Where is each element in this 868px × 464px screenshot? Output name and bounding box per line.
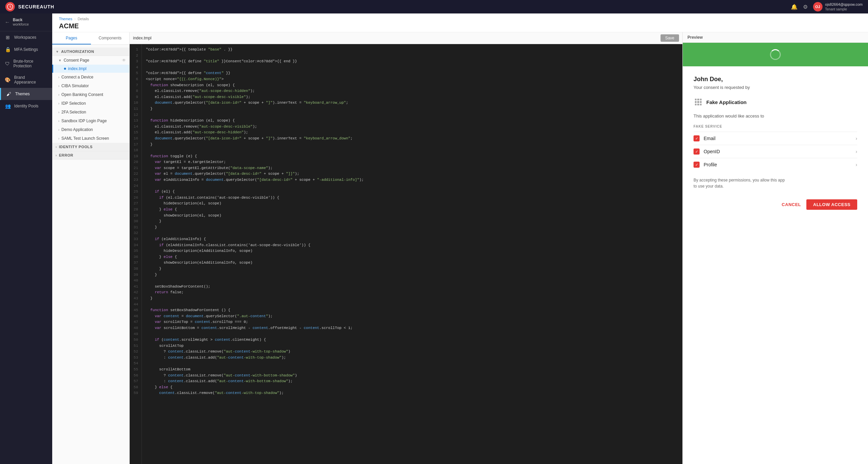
user-info: ojs82664@qppow.com Tenant sample bbox=[825, 2, 863, 11]
sidebar-item-mfa[interactable]: 🔒 MFA Settings bbox=[0, 43, 52, 56]
back-arrow-icon: ← bbox=[5, 19, 10, 25]
preview-access-text: This application would like access to bbox=[693, 114, 857, 119]
identity-icon: 👥 bbox=[5, 103, 11, 109]
page-header: Themes › Details ACME bbox=[52, 13, 868, 32]
2fa-label: 2FA Selection bbox=[61, 110, 86, 115]
app-icon-dot bbox=[695, 104, 696, 105]
connect-arrow-icon: › bbox=[58, 75, 59, 79]
sidebar-item-label: Identity Pools bbox=[14, 104, 38, 109]
topbar: SECUREAUTH 🔔 ⚙ OJ ojs82664@qppow.com Ten… bbox=[0, 0, 868, 13]
idp-group[interactable]: › IDP Selection bbox=[52, 99, 129, 108]
topbar-brand: SECUREAUTH bbox=[18, 4, 54, 9]
openbanking-group[interactable]: › Open Banking Consent bbox=[52, 90, 129, 99]
tree-item-index[interactable]: index.tmpl bbox=[52, 65, 129, 73]
openid-checkbox[interactable]: ✓ bbox=[693, 149, 700, 155]
connect-device-label: Connect a Device bbox=[61, 75, 93, 80]
cancel-button[interactable]: CANCEL bbox=[782, 202, 801, 207]
identity-section-header[interactable]: › IDENTITY POOLS bbox=[52, 143, 129, 151]
settings-icon[interactable]: ⚙ bbox=[803, 4, 808, 10]
allow-access-button[interactable]: ALLOW ACCESS bbox=[806, 199, 857, 210]
code-area[interactable]: 1234567891011121314151617181920212223242… bbox=[130, 44, 682, 464]
sidebar-item-brute[interactable]: 🛡 Brute-force Protection bbox=[0, 56, 52, 72]
sidebar: ← Back workforce ⊞ Workspaces 🔒 MFA Sett… bbox=[0, 13, 52, 464]
openbanking-label: Open Banking Consent bbox=[61, 92, 103, 97]
save-button[interactable]: Save bbox=[660, 34, 679, 42]
tab-pages[interactable]: Pages bbox=[52, 32, 91, 44]
sandbox-group[interactable]: › Sandbox IDP Login Page bbox=[52, 117, 129, 125]
preview-actions: CANCEL ALLOW ACCESS bbox=[693, 197, 857, 210]
2fa-group[interactable]: › 2FA Selection bbox=[52, 108, 129, 117]
app-icon-dot bbox=[697, 104, 699, 105]
mfa-icon: 🔒 bbox=[5, 47, 11, 52]
idp-label: IDP Selection bbox=[61, 101, 86, 106]
editor-filename: index.tmpl bbox=[133, 36, 152, 40]
sandbox-label: Sandbox IDP Login Page bbox=[61, 119, 107, 123]
app-icon-dot bbox=[700, 101, 702, 103]
tab-components[interactable]: Components bbox=[91, 32, 130, 44]
consent-group-header[interactable]: ▼ Consent Page 👁 bbox=[52, 56, 129, 65]
code-content[interactable]: "color:#c678dd">{{ template "base" . }} … bbox=[142, 44, 682, 464]
saml-group[interactable]: › SAML Test Launch Screen bbox=[52, 134, 129, 143]
consent-group: ▼ Consent Page 👁 index.tmpl bbox=[52, 56, 129, 73]
email-checkbox[interactable]: ✓ bbox=[693, 135, 700, 142]
auth-section-label: AUTHORIZATION bbox=[61, 50, 94, 54]
editor-toolbar: index.tmpl Save bbox=[130, 32, 682, 44]
auth-section-header[interactable]: ▼ AUTHORIZATION bbox=[52, 48, 129, 56]
topbar-left: SECUREAUTH bbox=[5, 2, 54, 11]
ciba-arrow-icon: › bbox=[58, 84, 59, 88]
breadcrumb-details: Details bbox=[78, 17, 89, 21]
line-numbers: 1234567891011121314151617181920212223242… bbox=[130, 44, 142, 464]
brand-icon: 🎨 bbox=[5, 77, 11, 83]
saml-arrow-icon: › bbox=[58, 137, 59, 141]
preview-permission-openid: ✓ OpenID › bbox=[693, 145, 857, 158]
notification-icon[interactable]: 🔔 bbox=[791, 4, 798, 10]
identity-section-label: IDENTITY POOLS bbox=[59, 145, 93, 149]
topbar-logo bbox=[5, 2, 15, 11]
consent-arrow-icon: ▼ bbox=[58, 59, 62, 62]
preview-app-name: Fake Application bbox=[706, 99, 746, 105]
sidebar-item-label: Themes bbox=[15, 92, 30, 96]
profile-checkbox[interactable]: ✓ bbox=[693, 162, 700, 168]
demo-group[interactable]: › Demo Application bbox=[52, 125, 129, 134]
sidebar-item-workspaces[interactable]: ⊞ Workspaces bbox=[0, 31, 52, 43]
preview-body: John Doe, Your consent is requested by bbox=[683, 66, 868, 219]
error-section: › ERROR bbox=[52, 151, 129, 160]
openid-chevron-icon[interactable]: › bbox=[856, 149, 857, 154]
sidebar-item-identity[interactable]: 👥 Identity Pools bbox=[0, 100, 52, 112]
2fa-arrow-icon: › bbox=[58, 111, 59, 114]
ciba-group[interactable]: › CIBA Simulator bbox=[52, 82, 129, 90]
sidebar-item-label: MFA Settings bbox=[14, 47, 38, 52]
loading-spinner bbox=[770, 49, 781, 60]
profile-chevron-icon[interactable]: › bbox=[856, 162, 857, 167]
app-icon-dot bbox=[695, 101, 696, 103]
connect-device-group[interactable]: › Connect a Device bbox=[52, 73, 129, 82]
app-icon-dot bbox=[697, 99, 699, 100]
topbar-user[interactable]: OJ ojs82664@qppow.com Tenant sample bbox=[813, 2, 863, 11]
pages-panel: Pages Components ▼ AUTHORIZATION ▼ Conse… bbox=[52, 32, 130, 464]
error-section-label: ERROR bbox=[59, 153, 73, 157]
back-nav[interactable]: ← Back workforce bbox=[0, 13, 52, 31]
openbanking-arrow-icon: › bbox=[58, 93, 59, 97]
consent-eye-icon[interactable]: 👁 bbox=[122, 58, 126, 63]
topbar-right: 🔔 ⚙ OJ ojs82664@qppow.com Tenant sample bbox=[791, 2, 863, 11]
email-chevron-icon[interactable]: › bbox=[856, 136, 857, 141]
consent-group-label: Consent Page bbox=[64, 58, 89, 63]
sidebar-item-brand[interactable]: 🎨 Brand Appearance bbox=[0, 72, 52, 88]
preview-page: John Doe, Your consent is requested by bbox=[683, 43, 868, 464]
error-section-header[interactable]: › ERROR bbox=[52, 151, 129, 160]
app-icon-dot bbox=[697, 101, 699, 103]
back-text: Back workforce bbox=[13, 18, 29, 27]
brute-icon: 🛡 bbox=[5, 61, 10, 66]
openid-label: OpenID bbox=[704, 149, 851, 154]
preview-content: John Doe, Your consent is requested by bbox=[683, 43, 868, 464]
preview-consent-text: By accepting these permissions, you allo… bbox=[693, 177, 857, 189]
preview-greeting: John Doe, bbox=[693, 76, 857, 83]
active-dot bbox=[64, 68, 66, 70]
ciba-label: CIBA Simulator bbox=[61, 84, 89, 88]
breadcrumb-themes[interactable]: Themes bbox=[59, 17, 72, 21]
pages-tree: ▼ AUTHORIZATION ▼ Consent Page 👁 bbox=[52, 45, 129, 162]
app-icon-dot bbox=[700, 104, 702, 105]
themes-icon: 🖌 bbox=[6, 91, 12, 97]
preview-app-row: Fake Application bbox=[693, 97, 857, 107]
sidebar-item-themes[interactable]: 🖌 Themes bbox=[0, 88, 52, 100]
